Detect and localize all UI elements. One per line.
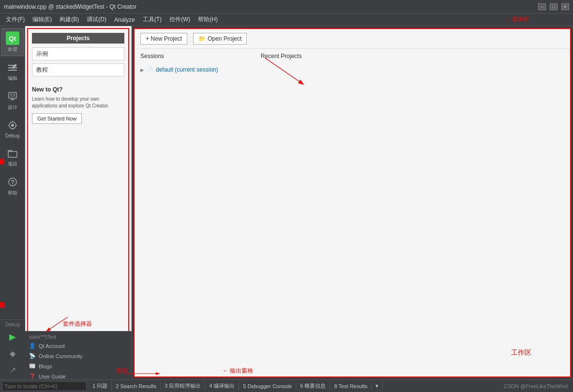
menu-controls[interactable]: 控件(W) (166, 15, 194, 25)
mode-edit[interactable]: 编辑 (1, 57, 24, 85)
open-project-button[interactable]: 📁 Open Project (193, 33, 247, 45)
design-icon (6, 90, 19, 103)
menu-edit[interactable]: 编辑(E) (29, 15, 56, 25)
links-panel: stack***tTest 👤 Qt Account 📡 Online Comm… (25, 331, 132, 379)
projects-button[interactable]: Projects (32, 33, 124, 44)
svg-text:?: ? (11, 179, 15, 186)
left-panel: Projects 示例 教程 New to Qt? Learn how to d… (25, 26, 132, 379)
blogs-item[interactable]: 📰 Blogs (25, 361, 131, 371)
menu-file[interactable]: 文件(F) (2, 15, 29, 25)
main-layout: Qt 欢迎 编辑 设计 Debug (0, 26, 573, 379)
menu-help[interactable]: 帮助(H) (194, 15, 222, 25)
mode-edit-label: 编辑 (8, 75, 17, 82)
sessions-list: ▶ 📄 default (current session) (135, 63, 570, 76)
user-guide-label: User Guide (39, 374, 66, 379)
work-area-toolbar: + New Project 📁 Open Project (135, 29, 570, 49)
get-started-button[interactable]: Get Started Now (32, 113, 82, 124)
mode-welcome-label: 欢迎 (8, 46, 17, 53)
work-area: + New Project 📁 Open Project Sessions Re… (134, 28, 571, 377)
user-guide-icon: ❓ (29, 373, 36, 379)
qt-account-item[interactable]: 👤 Qt Account (25, 341, 131, 351)
menu-analyze[interactable]: Analyze (110, 15, 139, 24)
tutorials-button[interactable]: 教程 (32, 63, 124, 76)
tab-test-results[interactable]: 8 Test Results (330, 382, 372, 390)
new-project-button[interactable]: + New Project (140, 33, 187, 45)
mode-project-label: 项目 (8, 161, 17, 167)
debug-icon (6, 119, 19, 132)
run-button[interactable]: ▶ (2, 329, 23, 345)
tab-more[interactable]: ▾ (372, 382, 383, 390)
welcome-panel: Projects 示例 教程 New to Qt? Learn how to d… (27, 28, 129, 377)
tab-issues[interactable]: 1 问题 (89, 381, 112, 391)
bottom-bar: 1 问题 2 Search Results 3 应用程序输出 4 编译输出 5 … (0, 379, 573, 392)
project-icon (6, 146, 19, 160)
profile-button[interactable]: ◆ (2, 346, 23, 361)
close-button[interactable]: ✕ (561, 3, 569, 10)
examples-button[interactable]: 示例 (32, 47, 124, 60)
blogs-label: Blogs (39, 363, 52, 369)
svg-rect-7 (10, 96, 15, 97)
mode-debug-label: Debug (5, 133, 19, 138)
tab-app-output[interactable]: 3 应用程序输出 (161, 381, 205, 391)
new-to-qt-description: Learn how to develop your own applicatio… (32, 96, 124, 109)
qt-account-icon: 👤 (29, 343, 36, 349)
debug-panel-label: Debug (5, 322, 19, 327)
recent-projects-label: Recent Projects (261, 53, 302, 60)
tab-compile-output[interactable]: 4 编译输出 (205, 381, 239, 391)
title-bar: mainwindow.cpp @ stackedWidgetTest - Qt … (0, 0, 573, 14)
mode-help[interactable]: ? 帮助 (1, 172, 24, 200)
title-text: mainwindow.cpp @ stackedWidgetTest - Qt … (4, 3, 136, 10)
qt-account-label: Qt Account (39, 343, 65, 349)
session-file-icon: 📄 (147, 67, 153, 73)
session-item[interactable]: ▶ 📄 default (current session) (140, 65, 564, 74)
folder-icon: 📁 (198, 35, 206, 42)
locate-input[interactable] (2, 381, 87, 391)
edit-icon (6, 60, 19, 74)
session-label: default (current session) (156, 66, 218, 73)
svg-rect-4 (9, 92, 16, 98)
welcome-icon: Qt (6, 31, 19, 45)
menu-tools[interactable]: 工具(T) (139, 15, 166, 25)
online-community-label: Online Community (39, 353, 82, 359)
online-community-icon: 📡 (29, 353, 36, 359)
tab-search-results[interactable]: 2 Search Results (112, 382, 161, 390)
mode-debug[interactable]: Debug (1, 115, 24, 142)
mode-welcome[interactable]: Qt 欢迎 (1, 28, 24, 56)
minimize-button[interactable]: ─ (538, 3, 546, 10)
menu-build[interactable]: 构建(B) (56, 15, 83, 25)
blogs-icon: 📰 (29, 363, 36, 369)
online-community-item[interactable]: 📡 Online Community (25, 351, 131, 361)
stack-label: stack***tTest (25, 333, 131, 341)
svg-rect-6 (13, 94, 15, 95)
svg-point-11 (11, 124, 14, 127)
sessions-label: Sessions (140, 53, 164, 60)
menu-bar: 文件(F) 编辑(E) 构建(B) 调试(D) Analyze 工具(T) 控件… (0, 14, 573, 26)
help-icon: ? (6, 175, 19, 189)
menubar-annotation: ← 菜单栏 (505, 15, 529, 24)
new-to-qt-section: New to Qt? Learn how to develop your own… (32, 82, 124, 124)
menu-debug[interactable]: 调试(D) (83, 15, 110, 25)
mode-project[interactable]: 项目 (1, 143, 24, 171)
mode-design-label: 设计 (8, 104, 17, 111)
right-section: Projects 示例 教程 New to Qt? Learn how to d… (25, 26, 573, 379)
sessions-recent: Sessions Recent Projects (135, 49, 570, 63)
svg-rect-16 (8, 151, 17, 157)
svg-rect-0 (8, 70, 17, 71)
step-button[interactable]: ↗ (2, 362, 23, 377)
session-arrow-icon: ▶ (140, 67, 144, 73)
tab-summary[interactable]: 6 概要信息 (296, 381, 330, 391)
window-controls: ─ □ ✕ (538, 3, 569, 10)
tab-debugger-console[interactable]: 5 Debugger Console (239, 382, 296, 390)
debug-panel: Debug ▶ ◆ ↗ (0, 319, 25, 379)
bottom-tabs: 1 问题 2 Search Results 3 应用程序输出 4 编译输出 5 … (89, 381, 500, 391)
maximize-button[interactable]: □ (550, 3, 558, 10)
work-area-annotation: 工作区 (511, 348, 531, 357)
bottom-credit: CSDN @FreeLikeTheWind. (500, 383, 573, 389)
mode-help-label: 帮助 (8, 190, 17, 196)
svg-rect-5 (10, 94, 12, 95)
new-to-qt-heading: New to Qt? (32, 86, 124, 93)
mode-design[interactable]: 设计 (1, 86, 24, 114)
